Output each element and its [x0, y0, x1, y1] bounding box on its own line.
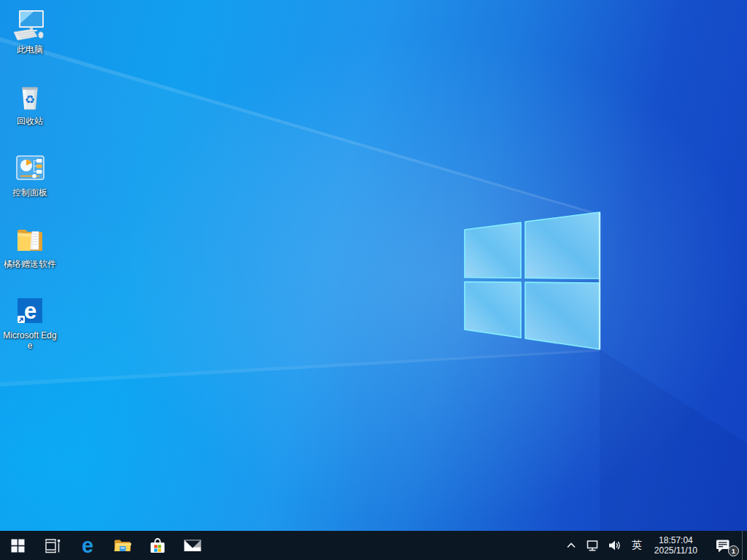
speaker-volume-icon: [608, 540, 622, 551]
windows-logo-icon: [11, 539, 25, 553]
svg-text:♻: ♻: [25, 93, 35, 106]
edge-taskbar-button[interactable]: e: [70, 531, 105, 560]
chevron-up-icon: [565, 540, 577, 551]
desktop-icon-recycle-bin[interactable]: ♻ 回收站: [1, 74, 58, 146]
desktop-icon-control-panel[interactable]: 控制面板: [1, 146, 58, 217]
start-button[interactable]: [0, 531, 35, 560]
tray-overflow-button[interactable]: [561, 531, 581, 560]
clock[interactable]: 18:57:04 2025/11/10: [648, 531, 704, 560]
control-panel-icon: [12, 150, 47, 185]
language-indicator[interactable]: 英: [626, 531, 648, 560]
edge-e-icon: e: [77, 534, 98, 556]
mail-button[interactable]: [175, 531, 210, 560]
action-center-button[interactable]: 1: [704, 531, 742, 560]
desktop-icon-label: 此电脑: [17, 44, 43, 55]
system-tray: 英 18:57:04 2025/11/10 1: [561, 531, 747, 560]
clock-date: 2025/11/10: [654, 545, 697, 556]
volume-tray-button[interactable]: [604, 531, 626, 560]
desktop-wallpaper: [0, 0, 747, 560]
ethernet-network-icon: [586, 540, 600, 552]
network-tray-button[interactable]: [581, 531, 604, 560]
task-view-button[interactable]: [35, 531, 70, 560]
desktop-icon-label: 控制面板: [12, 187, 47, 198]
taskbar: e: [0, 531, 747, 560]
svg-text:e: e: [24, 298, 36, 324]
desktop-icon-microsoft-edge[interactable]: e Microsoft Edge: [1, 289, 58, 360]
envelope-icon: [183, 536, 202, 555]
task-view-icon: [44, 537, 61, 554]
language-label: 英: [632, 539, 642, 552]
notification-badge: 1: [728, 545, 739, 556]
desktop-icon-gift-software-folder[interactable]: 橘络赠送软件: [1, 217, 58, 289]
desktop-icon-label: 回收站: [17, 116, 43, 126]
recycle-bin-icon: ♻: [12, 79, 47, 114]
clock-time: 18:57:04: [659, 535, 693, 545]
desktop-icon-list: 此电脑 ♻ 回收站: [1, 3, 58, 360]
file-explorer-button[interactable]: [105, 531, 140, 560]
svg-text:e: e: [82, 534, 93, 556]
store-bag-icon: [148, 536, 167, 555]
edge-icon: e: [12, 293, 47, 328]
folder-icon: [12, 222, 47, 257]
computer-icon: [12, 7, 47, 42]
microsoft-store-button[interactable]: [140, 531, 175, 560]
desktop-icon-label: 橘络赠送软件: [4, 259, 56, 269]
show-desktop-button[interactable]: [742, 531, 747, 560]
windows-desktop: 此电脑 ♻ 回收站: [0, 0, 747, 560]
desktop-icon-label: Microsoft Edge: [1, 330, 58, 351]
desktop-icon-this-pc[interactable]: 此电脑: [1, 3, 58, 74]
folder-icon: [113, 536, 132, 555]
